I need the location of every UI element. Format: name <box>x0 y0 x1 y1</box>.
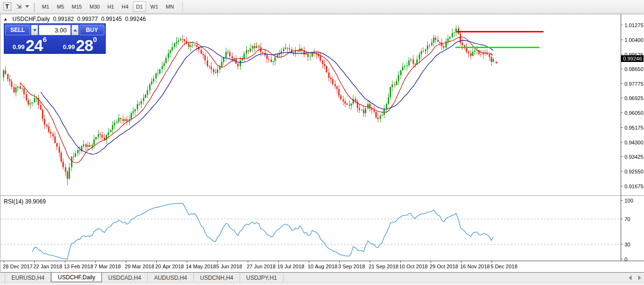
ohlc-high-value: 0.99377 <box>77 16 98 22</box>
buy-price-sup: 0 <box>93 35 97 43</box>
sell-button[interactable]: SELL <box>5 25 30 35</box>
cursor-arrows-icon: ⇲ <box>17 3 21 10</box>
tab-scrollers <box>629 273 641 283</box>
toolbar-grip-handle[interactable] <box>33 2 35 11</box>
timeframe-button-m30[interactable]: M30 <box>86 1 103 12</box>
buy-price-big: 28 <box>76 38 93 52</box>
rsi-indicator-label: RSI(14) 39.9069 <box>3 198 47 205</box>
sell-price-main: 0.99 <box>13 43 25 51</box>
ohlc-open-value: 0.99182 <box>53 16 74 22</box>
volume-input[interactable]: 3.00 <box>39 25 70 35</box>
ohlc-close-value: 0.99246 <box>125 16 146 22</box>
timeframe-button-h1[interactable]: H1 <box>104 1 117 12</box>
tab-usdcnh-h4[interactable]: USDCNH,H4 <box>194 273 240 282</box>
buy-button[interactable]: BUY <box>80 25 104 35</box>
volume-increase-button[interactable] <box>71 25 79 35</box>
volume-decrease-button[interactable] <box>31 25 38 35</box>
timeframe-button-h4[interactable]: H4 <box>118 1 131 12</box>
sell-price-button[interactable]: 0.99 24 6 <box>5 36 54 53</box>
cursor-tool-dropdown-icon[interactable] <box>25 5 29 8</box>
tab-scroll-left-icon[interactable] <box>629 275 632 280</box>
cursor-tool-button[interactable]: ⇲ <box>13 1 24 12</box>
mt4-terminal: { "toolbar": { "text_tool_label": "T", "… <box>0 0 644 285</box>
tab-usdchf-daily[interactable]: USDCHF,Daily <box>51 273 102 282</box>
chart-window: ▲ USDCHF,Daily 0.99182 0.99377 0.99145 0… <box>0 14 644 272</box>
chart-symbol-label: USDCHF,Daily <box>12 16 50 22</box>
spinner-up-icon <box>73 29 77 31</box>
chart-header: ▲ USDCHF,Daily 0.99182 0.99377 0.99145 0… <box>3 16 148 22</box>
collapse-panel-icon[interactable]: ▲ <box>3 17 8 21</box>
timeframe-button-mn[interactable]: MN <box>162 1 177 12</box>
buy-price-button[interactable]: 0.99 28 0 <box>56 36 105 53</box>
top-toolbar: T ⇲ M1 M5 M15 M30 H1 H4 D1 W1 MN <box>0 0 644 13</box>
tab-usdjpy-h1[interactable]: USDJPY,H1 <box>240 273 283 282</box>
buy-price-main: 0.99 <box>63 43 75 51</box>
timeframe-button-m1[interactable]: M1 <box>39 1 52 12</box>
one-click-trading-panel: SELL 3.00 BUY 0.99 24 6 0.99 28 0 <box>4 23 106 54</box>
tab-usdcad-h4[interactable]: USDCAD,H4 <box>102 273 148 282</box>
text-tool-icon: T <box>3 2 11 10</box>
chart-tab-bar: EURUSD,H4 USDCHF,Daily USDCAD,H4 AUDUSD,… <box>0 272 644 282</box>
timeframe-button-d1[interactable]: D1 <box>133 1 146 12</box>
timeframe-button-m5[interactable]: M5 <box>53 1 67 12</box>
ohlc-low-value: 0.99145 <box>101 16 121 22</box>
text-label-tool-button[interactable]: T <box>2 1 12 12</box>
status-bar <box>0 282 644 285</box>
timeframe-button-m15[interactable]: M15 <box>69 1 85 12</box>
sell-price-sup: 6 <box>43 35 47 43</box>
spinner-down-icon <box>33 29 37 31</box>
timeframe-button-w1[interactable]: W1 <box>147 1 162 12</box>
tab-eurusd-h4[interactable]: EURUSD,H4 <box>5 273 51 282</box>
tab-audusd-h4[interactable]: AUDUSD,H4 <box>148 273 193 282</box>
tab-scroll-right-icon[interactable] <box>638 275 641 280</box>
toolbar-separator <box>182 1 183 12</box>
sell-price-big: 24 <box>26 38 43 52</box>
